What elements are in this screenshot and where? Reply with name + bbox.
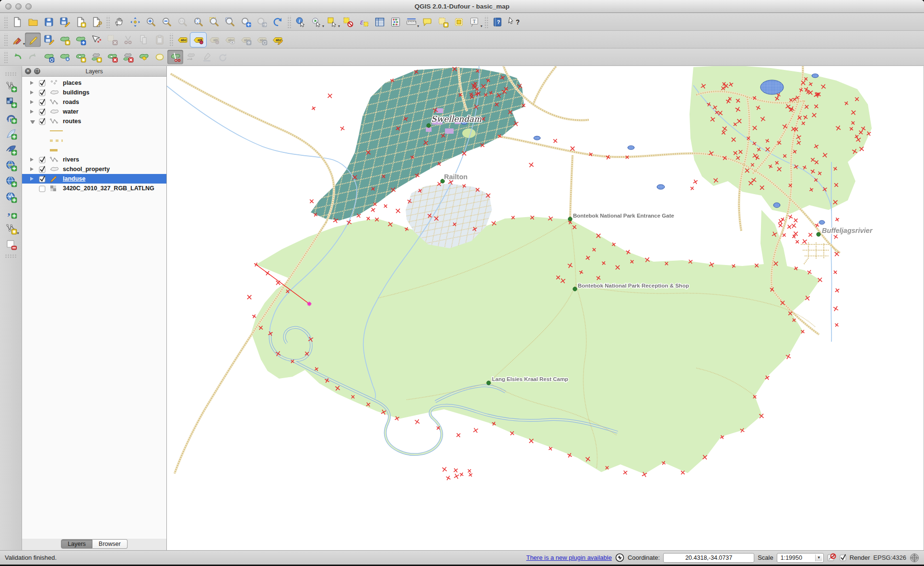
plugin-icon[interactable] <box>615 553 624 562</box>
remove-layer-button[interactable] <box>3 236 19 252</box>
zoom-window-button[interactable] <box>25 3 32 10</box>
layer-row-places[interactable]: places <box>22 78 166 88</box>
run-feature-action-button[interactable]: ▾ <box>308 15 324 29</box>
expand-arrow-icon[interactable] <box>30 110 35 114</box>
close-window-button[interactable] <box>5 3 12 10</box>
expand-arrow-icon[interactable] <box>30 177 35 181</box>
composer-manager-button[interactable] <box>88 15 104 29</box>
highlight-labels-button[interactable]: abc <box>175 33 190 47</box>
toolbar-grip[interactable] <box>3 16 8 28</box>
open-project-button[interactable] <box>25 15 41 29</box>
add-raster-layer-button[interactable] <box>3 94 19 110</box>
panel-close-icon[interactable]: ✕ <box>25 68 31 74</box>
layer-checkbox[interactable] <box>39 80 46 87</box>
dropdown-caret-icon[interactable]: ▾ <box>480 24 482 28</box>
layer-row-school_property[interactable]: school_property <box>22 164 166 174</box>
map-canvas[interactable]: SwellendamRailtonBontebok National Park … <box>167 66 924 550</box>
undo-button[interactable] <box>9 50 25 64</box>
panel-tab-layers[interactable]: Layers <box>61 539 93 549</box>
plugin-available-link[interactable]: There is a new plugin available <box>526 554 612 561</box>
zoom-last-button[interactable] <box>238 15 254 29</box>
expand-arrow-icon[interactable] <box>30 167 35 171</box>
toolbar-grip[interactable] <box>5 254 17 258</box>
reshape-features-button[interactable] <box>136 50 152 64</box>
coordinate-input[interactable] <box>663 553 754 563</box>
layer-row-routes[interactable]: routes <box>22 116 166 126</box>
delete-part-button[interactable] <box>120 50 136 64</box>
zoom-to-layer-button[interactable] <box>222 15 238 29</box>
combo-arrow-icon[interactable]: ▼ <box>815 554 822 561</box>
zoom-in-button[interactable] <box>143 15 159 29</box>
panel-float-icon[interactable]: ❐ <box>34 68 40 74</box>
identify-features-button[interactable]: i <box>292 15 308 29</box>
save-project-button[interactable] <box>41 15 57 29</box>
new-print-composer-button[interactable] <box>72 15 88 29</box>
add-feature-button[interactable] <box>57 33 72 47</box>
move-feature-button[interactable] <box>72 33 88 47</box>
add-wms-layer-button[interactable] <box>3 173 19 189</box>
toolbar-grip[interactable] <box>105 16 110 28</box>
layer-checkbox[interactable] <box>39 156 46 163</box>
crs-globe-icon[interactable] <box>910 553 919 563</box>
add-mssql-layer-button[interactable] <box>3 141 19 157</box>
layer-row-buildings[interactable]: buildings <box>22 88 166 97</box>
offset-curve-button[interactable] <box>152 50 167 64</box>
layer-checkbox[interactable] <box>39 185 46 192</box>
layer-checkbox[interactable] <box>39 99 46 106</box>
layer-checkbox[interactable] <box>39 118 46 125</box>
simplify-feature-button[interactable] <box>57 50 72 64</box>
zoom-to-selection-button[interactable] <box>206 15 222 29</box>
new-project-button[interactable] <box>9 15 25 29</box>
add-delimited-text-layer-button[interactable]: , <box>3 205 19 220</box>
panel-tab-browser[interactable]: Browser <box>93 539 128 549</box>
toolbar-grip[interactable] <box>484 16 488 28</box>
current-edits-button[interactable]: ▾ <box>9 33 25 47</box>
select-features-button[interactable]: ▾ <box>324 15 340 29</box>
refresh-map-button[interactable] <box>269 15 285 29</box>
minimize-window-button[interactable] <box>15 3 22 10</box>
expand-arrow-icon[interactable] <box>30 91 35 94</box>
layer-checkbox[interactable] <box>39 175 46 183</box>
save-layer-edits-button[interactable] <box>41 33 57 47</box>
zoom-out-button[interactable] <box>159 15 175 29</box>
zoom-full-button[interactable] <box>190 15 206 29</box>
deselect-features-button[interactable] <box>340 15 356 29</box>
delete-ring-button[interactable] <box>104 50 120 64</box>
add-spatialite-layer-button[interactable] <box>3 126 19 141</box>
expand-arrow-icon[interactable] <box>30 100 35 104</box>
field-calculator-button[interactable] <box>387 15 403 29</box>
help-contents-button[interactable]: ? <box>490 15 505 29</box>
new-bookmark-button[interactable] <box>435 15 451 29</box>
pin-unpin-labels-button[interactable]: ab <box>190 33 206 47</box>
node-tool-button[interactable] <box>88 33 104 47</box>
stop-render-icon[interactable] <box>827 553 836 562</box>
layer-row-water[interactable]: water <box>22 107 166 116</box>
layer-row-roads[interactable]: roads <box>22 97 166 107</box>
show-bookmarks-button[interactable] <box>451 15 467 29</box>
pan-to-selection-button[interactable] <box>127 15 143 29</box>
map-tips-button[interactable] <box>419 15 435 29</box>
layer-row-rivers[interactable]: rivers <box>22 155 166 164</box>
layer-checkbox[interactable] <box>39 89 46 96</box>
toolbar-grip[interactable] <box>169 34 173 46</box>
layer-row-landuse[interactable]: landuse <box>22 174 166 184</box>
toolbar-grip[interactable] <box>287 16 291 28</box>
toggle-editing-button[interactable] <box>25 33 41 47</box>
expand-arrow-icon[interactable] <box>30 120 35 124</box>
select-by-expression-button[interactable]: ε <box>356 15 372 29</box>
save-project-as-button[interactable] <box>57 15 72 29</box>
split-features-button[interactable] <box>167 50 183 64</box>
measure-button[interactable]: ▾ <box>403 15 419 29</box>
change-label-button[interactable]: abc <box>269 33 285 47</box>
new-shapefile-layer-button[interactable]: ▾ <box>3 220 19 236</box>
render-checkbox[interactable] <box>840 554 846 561</box>
rotate-feature-button[interactable] <box>41 50 57 64</box>
scale-combo[interactable]: 1:19950 ▼ <box>777 553 824 563</box>
add-postgis-layer-button[interactable] <box>3 110 19 126</box>
layer-row-3420C_2010_327_RGB_LATLNG[interactable]: 3420C_2010_327_RGB_LATLNG <box>22 184 166 193</box>
toolbar-grip[interactable] <box>3 51 8 63</box>
expand-arrow-icon[interactable] <box>30 158 35 162</box>
add-vector-layer-button[interactable] <box>3 78 19 94</box>
text-annotation-button[interactable]: T▾ <box>467 15 482 29</box>
add-part-button[interactable] <box>88 50 104 64</box>
